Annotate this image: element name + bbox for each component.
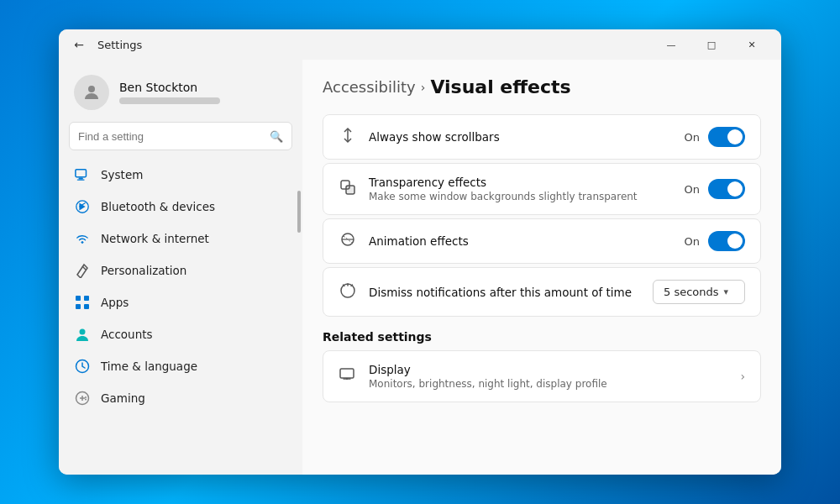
svg-rect-6 [76,296,81,301]
search-icon: 🔍 [270,130,283,143]
titlebar-left: ← Settings [69,34,142,55]
sidebar-item-personalization[interactable]: Personalization [66,255,289,286]
back-button[interactable]: ← [69,34,89,55]
close-button[interactable]: ✕ [732,31,771,58]
system-icon [74,166,91,183]
scrollbars-card-right: On [685,127,745,147]
notifications-dropdown[interactable]: 5 seconds ▾ [653,280,745,304]
sidebar-item-accounts[interactable]: Accounts [66,318,289,350]
svg-rect-2 [79,178,83,180]
sidebar-item-system-label: System [101,168,143,181]
sidebar-item-network[interactable]: Network & internet [66,223,289,255]
sidebar-scroll-area: System Bluetooth & devices N [59,159,302,466]
svg-rect-25 [340,369,354,378]
sidebar-item-apps-label: Apps [101,296,129,309]
svg-line-5 [82,266,86,270]
animation-card-right: On [685,231,745,251]
network-icon [74,230,91,247]
animation-toggle[interactable] [708,231,745,251]
user-name: Ben Stockton [119,81,220,94]
notifications-card-right: 5 seconds ▾ [653,280,745,304]
svg-rect-7 [84,296,89,301]
sidebar-item-apps[interactable]: Apps [66,286,289,318]
display-card-left: Display Monitors, brightness, night ligh… [339,363,607,390]
animation-text: Animation effects [369,234,469,248]
dropdown-value: 5 seconds [664,286,719,298]
notifications-card-left: Dismiss notifications after this amount … [339,282,632,302]
sidebar-item-system[interactable]: System [66,159,289,191]
related-settings-title: Related settings [323,330,761,344]
main-area: Ben Stockton 🔍 System [59,60,781,475]
svg-rect-9 [84,304,89,309]
display-chevron-icon: › [740,370,745,383]
svg-point-0 [88,86,95,92]
svg-point-16 [85,399,87,401]
display-related-card[interactable]: Display Monitors, brightness, night ligh… [323,350,761,402]
animation-card: Animation effects On [323,218,761,264]
sidebar-item-time-label: Time & language [101,360,197,373]
accounts-icon [74,326,91,343]
scrollbars-card: Always show scrollbars On [323,114,761,160]
display-text: Display Monitors, brightness, night ligh… [369,363,607,390]
svg-point-15 [85,396,87,398]
sidebar: Ben Stockton 🔍 System [59,60,302,475]
transparency-card-right: On [685,179,745,199]
svg-rect-8 [76,304,81,309]
sidebar-scroll-thumb[interactable] [297,191,301,233]
breadcrumb-chevron: › [421,81,426,94]
maximize-button[interactable]: □ [692,31,731,58]
sidebar-item-gaming[interactable]: Gaming [66,382,289,414]
personalization-icon [74,262,91,279]
scrollbars-toggle-label: On [685,131,700,144]
user-info: Ben Stockton [119,81,220,104]
content-area: Accessibility › Visual effects Always sh… [302,60,781,475]
notifications-text: Dismiss notifications after this amount … [369,286,632,299]
breadcrumb: Accessibility › Visual effects [323,76,761,97]
breadcrumb-current: Visual effects [430,76,570,97]
user-section: Ben Stockton [59,68,302,122]
display-subtitle: Monitors, brightness, night light, displ… [369,378,607,390]
svg-rect-19 [346,186,354,194]
window-controls: — □ ✕ [652,31,771,58]
display-title: Display [369,363,607,376]
titlebar: ← Settings — □ ✕ [59,29,781,60]
search-input[interactable] [78,130,263,143]
notifications-card: Dismiss notifications after this amount … [323,267,761,317]
settings-cards: Always show scrollbars On [323,114,761,317]
sidebar-item-personalization-label: Personalization [101,264,186,277]
transparency-toggle[interactable] [708,179,745,199]
scrollbars-toggle[interactable] [708,127,745,147]
time-icon [74,358,91,375]
scrollbars-text: Always show scrollbars [369,130,500,144]
transparency-card-left: Transparency effects Make some window ba… [339,176,638,202]
transparency-subtitle: Make some window backgrounds slightly tr… [369,191,638,202]
transparency-card: Transparency effects Make some window ba… [323,163,761,215]
svg-rect-3 [77,179,85,180]
minimize-button[interactable]: — [652,31,690,58]
sidebar-item-gaming-label: Gaming [101,391,145,405]
sidebar-item-accounts-label: Accounts [101,328,153,341]
sidebar-item-bluetooth-label: Bluetooth & devices [101,200,215,213]
transparency-icon [339,179,357,199]
settings-window: ← Settings — □ ✕ Ben Stockton [59,29,781,475]
breadcrumb-parent[interactable]: Accessibility [323,78,416,96]
scrollbars-card-left: Always show scrollbars [339,127,500,147]
animation-toggle-label: On [685,235,700,248]
user-email-redacted [119,97,220,104]
avatar [74,75,109,110]
sidebar-item-time[interactable]: Time & language [66,350,289,382]
sidebar-scrollbar[interactable] [296,159,302,466]
search-box[interactable]: 🔍 [69,122,292,150]
svg-rect-1 [76,170,87,177]
sidebar-item-network-label: Network & internet [101,232,209,245]
apps-icon [74,294,91,311]
animation-icon [339,232,357,250]
scrollbars-title: Always show scrollbars [369,130,500,144]
scrollbars-icon [339,127,357,147]
animation-card-left: Animation effects [339,232,469,250]
gaming-icon [74,390,91,407]
animation-title: Animation effects [369,234,469,248]
sidebar-item-bluetooth[interactable]: Bluetooth & devices [66,191,289,223]
bluetooth-icon [74,198,91,215]
notifications-icon [339,282,357,302]
